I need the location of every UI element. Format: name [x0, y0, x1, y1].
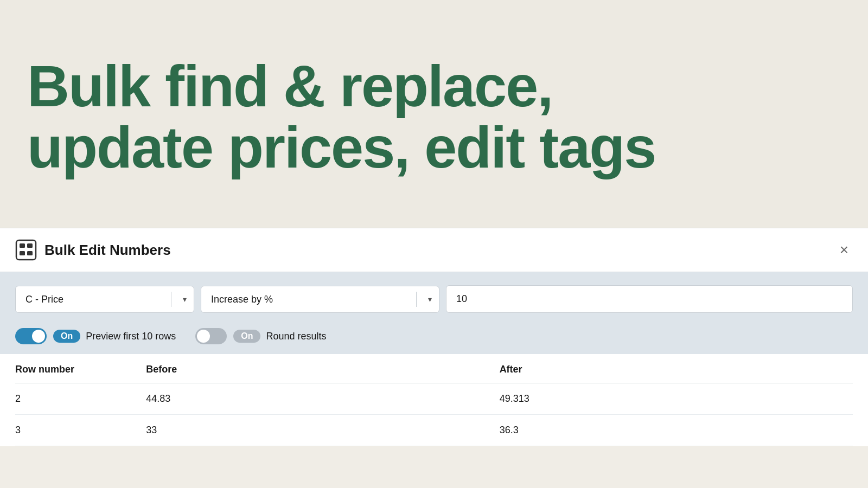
amount-input[interactable] [446, 285, 853, 313]
operation-select-wrapper: Increase by % ▾ [201, 286, 439, 313]
round-toggle-label: Round results [266, 331, 326, 342]
modal-title: Bulk Edit Numbers [44, 242, 171, 259]
svg-rect-3 [20, 251, 25, 255]
svg-rect-2 [27, 243, 33, 248]
preview-toggle[interactable] [15, 328, 47, 344]
table-header-row: Row number Before After [15, 354, 853, 383]
col-header-row-number: Row number [15, 354, 146, 383]
column-select[interactable]: C - Price [15, 286, 194, 313]
modal-section: Bulk Edit Numbers × C - Price ▾ Increase… [0, 228, 868, 446]
preview-toggle-badge: On [53, 330, 80, 343]
cell-after: 49.313 [500, 383, 853, 415]
round-toggle-group: On Round results [195, 328, 326, 344]
cell-row-number: 3 [15, 415, 146, 446]
controls-row: C - Price ▾ Increase by % ▾ [15, 285, 853, 313]
preview-toggle-label: Preview first 10 rows [86, 331, 176, 342]
table-row: 3 33 36.3 [15, 415, 853, 446]
col-header-after: After [500, 354, 853, 383]
cell-after: 36.3 [500, 415, 853, 446]
table-section: Row number Before After 2 44.83 49.313 3… [0, 354, 868, 446]
round-toggle-badge: On [233, 330, 260, 343]
cell-row-number: 2 [15, 383, 146, 415]
modal-body: C - Price ▾ Increase by % ▾ [0, 272, 868, 354]
svg-rect-4 [27, 251, 33, 255]
round-toggle[interactable] [195, 328, 227, 344]
modal-header: Bulk Edit Numbers × [0, 228, 868, 272]
options-row: On Preview first 10 rows On Round result… [15, 323, 853, 354]
table-row: 2 44.83 49.313 [15, 383, 853, 415]
cell-before: 44.83 [146, 383, 499, 415]
close-button[interactable]: × [835, 240, 853, 260]
svg-rect-1 [20, 243, 25, 248]
calculator-icon [15, 239, 37, 261]
hero-title: Bulk find & replace, update prices, edit… [27, 55, 655, 178]
modal-header-left: Bulk Edit Numbers [15, 239, 171, 261]
column-select-wrapper: C - Price ▾ [15, 286, 194, 313]
svg-rect-0 [16, 240, 36, 260]
cell-before: 33 [146, 415, 499, 446]
col-header-before: Before [146, 354, 499, 383]
operation-select[interactable]: Increase by % [201, 286, 439, 313]
hero-section: Bulk find & replace, update prices, edit… [0, 0, 868, 228]
preview-table: Row number Before After 2 44.83 49.313 3… [15, 354, 853, 446]
preview-toggle-group: On Preview first 10 rows [15, 328, 176, 344]
